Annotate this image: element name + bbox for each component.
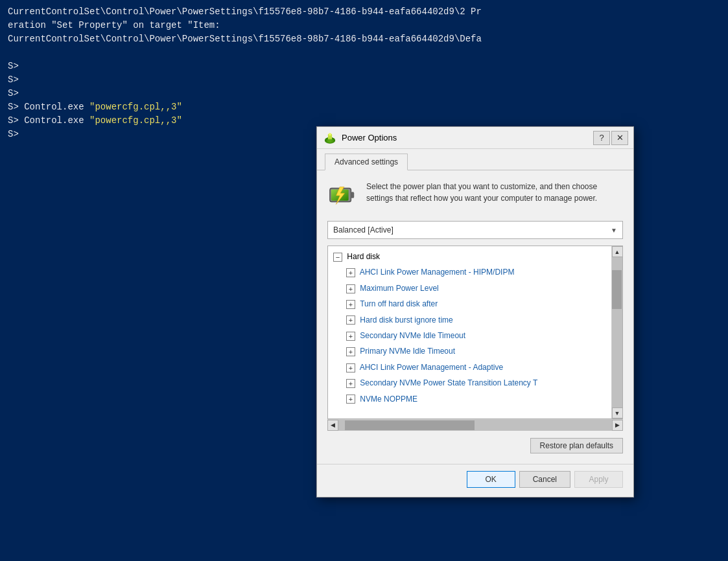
h-scroll-thumb[interactable] <box>345 420 475 430</box>
scroll-down-arrow[interactable]: ▼ <box>612 407 623 418</box>
list-item[interactable]: + AHCI Link Power Management - HIPM/DIPM <box>328 264 611 280</box>
list-item[interactable]: + Secondary NVMe Power State Transition … <box>328 375 611 391</box>
tree-item-label: Maximum Power Level <box>360 284 438 293</box>
tree-item-label: Hard disk burst ignore time <box>360 315 452 325</box>
list-item[interactable]: + Hard disk burst ignore time <box>328 312 611 328</box>
svg-point-3 <box>327 139 333 142</box>
h-scroll-track[interactable] <box>338 420 612 431</box>
svg-rect-2 <box>329 133 331 135</box>
tree-item-label: Primary NVMe Idle Timeout <box>360 347 455 356</box>
expand-icon: + <box>346 347 355 356</box>
scroll-right-arrow[interactable]: ▶ <box>612 420 623 431</box>
expand-icon: + <box>346 284 355 293</box>
tree-item-label: Secondary NVMe Idle Timeout <box>360 331 465 340</box>
scroll-left-arrow[interactable]: ◀ <box>327 420 338 431</box>
tree-item-label: NVMe NOPPME <box>360 395 417 404</box>
dialog-content: Select the power plan that you want to c… <box>317 170 633 464</box>
expand-icon: + <box>346 363 355 372</box>
battery-icon <box>327 181 357 211</box>
list-item[interactable]: + Primary NVMe Idle Timeout <box>328 343 611 359</box>
tree-root-label: Hard disk <box>347 252 380 261</box>
power-options-icon <box>323 132 336 144</box>
tree-item-label: AHCI Link Power Management - Adaptive <box>360 363 503 372</box>
tree-root-item[interactable]: − Hard disk <box>328 249 611 264</box>
scroll-track[interactable] <box>612 257 623 407</box>
tree-item-label: Secondary NVMe Power State Transition La… <box>360 378 537 387</box>
tab-bar: Advanced settings <box>317 149 633 170</box>
scroll-up-arrow[interactable]: ▲ <box>612 246 623 257</box>
expand-icon: + <box>346 268 355 277</box>
list-item[interactable]: + Secondary NVMe Idle Timeout <box>328 328 611 343</box>
list-item[interactable]: + AHCI Link Power Management - Adaptive <box>328 360 611 375</box>
list-item[interactable]: + Turn off hard disk after <box>328 296 611 312</box>
scroll-thumb[interactable] <box>612 270 622 309</box>
expand-icon: + <box>346 379 355 388</box>
cancel-button[interactable]: Cancel <box>519 471 570 488</box>
info-text: Select the power plan that you want to c… <box>366 181 623 204</box>
power-options-dialog: Power Options ? ✕ Advanced settings <box>316 126 634 498</box>
modal-overlay: Power Options ? ✕ Advanced settings <box>0 0 728 561</box>
dropdown-arrow-icon: ▼ <box>611 227 617 234</box>
expand-icon: + <box>346 332 355 341</box>
dialog-titlebar: Power Options ? ✕ <box>317 127 633 149</box>
tree-list[interactable]: − Hard disk + AHCI Link Power Management… <box>328 246 622 418</box>
list-item[interactable]: + Maximum Power Level <box>328 280 611 296</box>
apply-button[interactable]: Apply <box>574 471 623 488</box>
close-button[interactable]: ✕ <box>611 131 628 145</box>
help-button[interactable]: ? <box>593 131 610 145</box>
ok-button[interactable]: OK <box>467 471 515 488</box>
info-section: Select the power plan that you want to c… <box>327 181 623 211</box>
plan-dropdown[interactable]: Balanced [Active] ▼ <box>327 221 623 239</box>
expand-icon: + <box>346 395 355 404</box>
dialog-title: Power Options <box>342 133 592 143</box>
svg-rect-5 <box>351 192 354 198</box>
vertical-scrollbar[interactable]: ▲ ▼ <box>611 246 622 418</box>
tab-advanced-settings[interactable]: Advanced settings <box>325 154 408 170</box>
list-item[interactable]: + NVMe NOPPME <box>328 391 611 407</box>
restore-row: Restore plan defaults <box>327 438 623 453</box>
expand-icon: + <box>346 300 355 309</box>
tree-container: − Hard disk + AHCI Link Power Management… <box>327 246 623 419</box>
horizontal-scrollbar[interactable]: ◀ ▶ <box>327 419 623 430</box>
dialog-footer: OK Cancel Apply <box>317 464 633 497</box>
collapse-icon: − <box>333 253 342 262</box>
expand-icon: + <box>346 315 355 325</box>
tree-item-label: AHCI Link Power Management - HIPM/DIPM <box>360 268 515 277</box>
plan-dropdown-text: Balanced [Active] <box>333 225 393 235</box>
restore-plan-defaults-button[interactable]: Restore plan defaults <box>530 438 623 453</box>
tree-item-label: Turn off hard disk after <box>360 299 438 308</box>
